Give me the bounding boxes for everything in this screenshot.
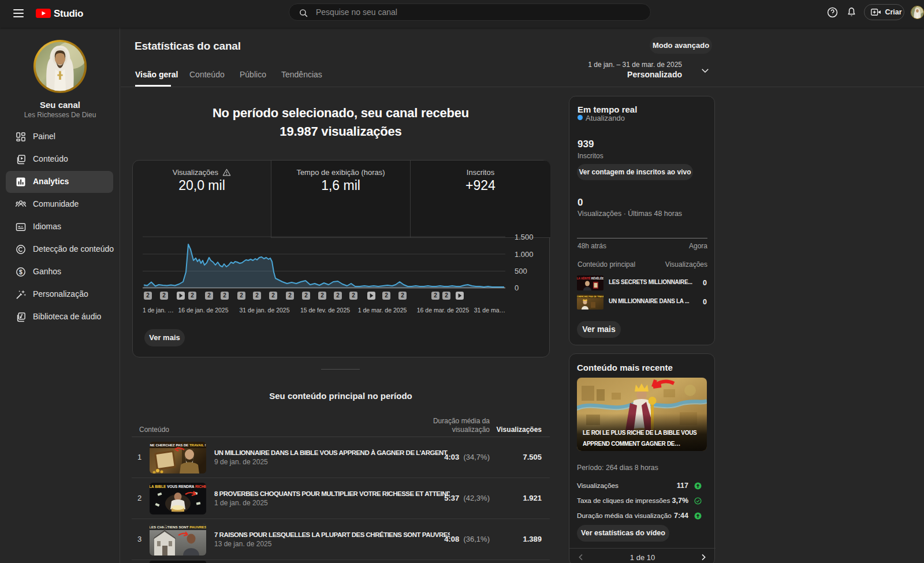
svg-text:$: $ xyxy=(19,269,23,275)
svg-text:LE ROI LE PLUS RICHE DE LA BIB: LE ROI LE PLUS RICHE DE LA BIBLE VOUS xyxy=(583,430,697,436)
svg-text:LA BIBLE VOUS RENDRA RICHE: LA BIBLE VOUS RENDRA RICHE xyxy=(150,484,206,489)
svg-text:« NE CHERCHEZ PAS DE TRAVAIL !: « NE CHERCHEZ PAS DE TRAVAIL ! » xyxy=(150,443,206,447)
svg-text:LA VÉRITÉ RÉVÉLÉE: LA VÉRITÉ RÉVÉLÉE xyxy=(577,276,603,280)
svg-text:APPREND COMMENT GAGNER DE…: APPREND COMMENT GAGNER DE… xyxy=(583,441,680,447)
svg-text:LES CHRÉTIENS SONT PAUVRES: LES CHRÉTIENS SONT PAUVRES xyxy=(150,525,206,529)
svg-text:NE CHERCHEZ PAS DE TRAVAIL !: NE CHERCHEZ PAS DE TRAVAIL ! xyxy=(577,296,603,298)
